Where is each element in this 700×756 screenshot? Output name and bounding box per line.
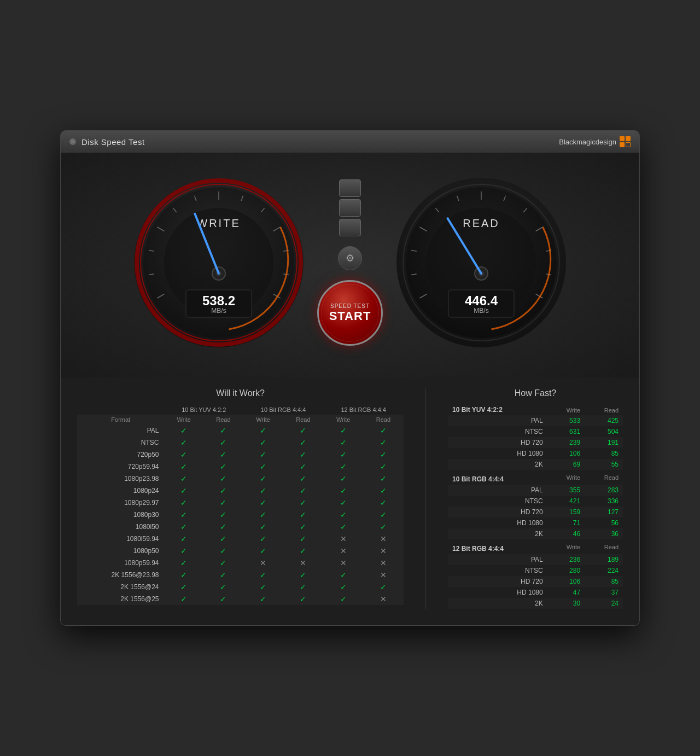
- wit-rgb444-r: ✓: [283, 461, 323, 473]
- wit-format: 1080p30: [77, 509, 165, 521]
- hf-read-val: 37: [585, 587, 623, 598]
- hf-read-val: 56: [585, 517, 623, 528]
- wit-yuv422-w: ✓: [165, 485, 203, 497]
- wit-row: 1080p30 ✓ ✓ ✓ ✓ ✓ ✓: [77, 509, 404, 521]
- hf-format: HD 1080: [448, 517, 547, 528]
- wit-rgb12-w: ✓: [323, 473, 363, 485]
- bmd-sq-3: [620, 142, 625, 147]
- info-divider: [425, 388, 426, 609]
- wit-row: PAL ✓ ✓ ✓ ✓ ✓ ✓: [77, 424, 404, 437]
- hf-read-val: 85: [585, 448, 623, 459]
- wit-format: PAL: [77, 424, 165, 437]
- hf-row: 2K 30 24: [448, 598, 623, 609]
- info-section: Will it Work? 10 Bit YUV 4:2:2 10 Bit RG…: [61, 377, 639, 625]
- hf-read-col: Read: [585, 470, 623, 485]
- wit-rgb444-r: ✓: [283, 593, 323, 605]
- wit-rgb444-w: ✓: [243, 473, 283, 485]
- hf-section-header: 12 Bit RGB 4:4:4 Write Read: [448, 539, 623, 554]
- hf-format: HD 720: [448, 507, 547, 517]
- wit-rgb444-w: ✓: [243, 569, 283, 581]
- format-btn-2[interactable]: [339, 199, 361, 217]
- format-btn-3[interactable]: [339, 219, 361, 236]
- wit-yuv422-r: ✓: [203, 593, 243, 605]
- wit-yuv422-w: ✓: [165, 581, 203, 593]
- close-button[interactable]: ✕: [69, 138, 76, 145]
- svg-text:MB/s: MB/s: [474, 307, 488, 315]
- wit-rgb444-w: ✓: [243, 593, 283, 605]
- hf-row: NTSC 280 224: [448, 565, 623, 576]
- hf-format: PAL: [448, 554, 547, 565]
- wit-yuv422-w: ✓: [165, 497, 203, 509]
- wit-rgb444-r: ✓: [283, 521, 323, 533]
- hf-write-val: 159: [547, 507, 585, 517]
- format-btn-1[interactable]: [339, 179, 361, 197]
- hf-write-val: 106: [547, 576, 585, 587]
- wit-format: 2K 1556@25: [77, 593, 165, 605]
- wit-yuv422-w: ✓: [165, 533, 203, 545]
- wit-format: 1080p50: [77, 545, 165, 557]
- yuv422-read-header: Read: [203, 415, 243, 424]
- wit-yuv422-w: ✓: [165, 437, 203, 449]
- rgb444-header: 10 Bit RGB 4:4:4: [243, 405, 324, 415]
- wit-rgb12-w: ✓: [323, 593, 363, 605]
- bmd-sq-1: [620, 136, 625, 141]
- wit-yuv422-w: ✓: [165, 473, 203, 485]
- hf-read-col: Read: [585, 539, 623, 554]
- hf-read-val: 336: [585, 496, 623, 507]
- wit-row: 1080p24 ✓ ✓ ✓ ✓ ✓ ✓: [77, 485, 404, 497]
- hf-read-col: Read: [585, 405, 623, 415]
- wit-yuv422-r: ✓: [203, 545, 243, 557]
- gauges-section: WRITE 538.2 MB/s: [61, 153, 639, 377]
- wit-rgb12-w: ✓: [323, 497, 363, 509]
- how-fast-table: 10 Bit YUV 4:2:2 Write Read PAL 533 425 …: [448, 405, 623, 609]
- wit-row: 1080p29.97 ✓ ✓ ✓ ✓ ✓ ✓: [77, 497, 404, 509]
- wit-format: 1080i50: [77, 521, 165, 533]
- will-it-work-title: Will it Work?: [77, 388, 404, 398]
- hf-row: 2K 69 55: [448, 459, 623, 470]
- wit-rgb12-w: ✕: [323, 545, 363, 557]
- wit-rgb12-w: ✓: [323, 437, 363, 449]
- hf-write-val: 355: [547, 485, 585, 496]
- wit-rgb444-r: ✓: [283, 437, 323, 449]
- wit-rgb12-w: ✓: [323, 424, 363, 437]
- hf-read-val: 127: [585, 507, 623, 517]
- wit-yuv422-r: ✓: [203, 424, 243, 437]
- wit-rgb444-w: ✓: [243, 497, 283, 509]
- rgb444-read-header: Read: [283, 415, 323, 424]
- wit-rgb12-r: ✓: [363, 581, 404, 593]
- hf-read-val: 85: [585, 576, 623, 587]
- app-title: Disk Speed Test: [81, 137, 145, 147]
- wit-rgb444-w: ✓: [243, 424, 283, 437]
- hf-write-val: 533: [547, 415, 585, 426]
- hf-write-col: Write: [547, 470, 585, 485]
- wit-rgb12-r: ✕: [363, 569, 404, 581]
- wit-row: 1080p23.98 ✓ ✓ ✓ ✓ ✓ ✓: [77, 473, 404, 485]
- hf-section-header: 10 Bit RGB 4:4:4 Write Read: [448, 470, 623, 485]
- wit-row: 1080i50 ✓ ✓ ✓ ✓ ✓ ✓: [77, 521, 404, 533]
- wit-format: 2K 1556@24: [77, 581, 165, 593]
- hf-format: HD 1080: [448, 587, 547, 598]
- settings-button[interactable]: ⚙: [338, 246, 362, 270]
- wit-yuv422-r: ✓: [203, 521, 243, 533]
- write-gauge-svg: WRITE 538.2 MB/s: [126, 170, 312, 356]
- wit-format: 1080p23.98: [77, 473, 165, 485]
- hf-read-val: 191: [585, 437, 623, 448]
- wit-format: 720p50: [77, 449, 165, 461]
- hf-row: HD 1080 47 37: [448, 587, 623, 598]
- hf-read-val: 504: [585, 426, 623, 437]
- wit-yuv422-w: ✓: [165, 449, 203, 461]
- will-it-work-section: Will it Work? 10 Bit YUV 4:2:2 10 Bit RG…: [77, 388, 404, 609]
- start-button[interactable]: SPEED TEST START: [317, 280, 383, 346]
- svg-text:READ: READ: [463, 217, 500, 229]
- hf-row: HD 1080 71 56: [448, 517, 623, 528]
- svg-text:446.4: 446.4: [465, 293, 498, 308]
- wit-row: 1080p50 ✓ ✓ ✓ ✓ ✕ ✕: [77, 545, 404, 557]
- hf-row: 2K 46 36: [448, 528, 623, 539]
- wit-row: 720p50 ✓ ✓ ✓ ✓ ✓ ✓: [77, 449, 404, 461]
- wit-yuv422-w: ✓: [165, 521, 203, 533]
- wit-format: 720p59.94: [77, 461, 165, 473]
- hf-row: PAL 236 189: [448, 554, 623, 565]
- title-bar: ✕ Disk Speed Test Blackmagicdesign: [61, 131, 639, 153]
- hf-format: HD 720: [448, 576, 547, 587]
- hf-row: NTSC 421 336: [448, 496, 623, 507]
